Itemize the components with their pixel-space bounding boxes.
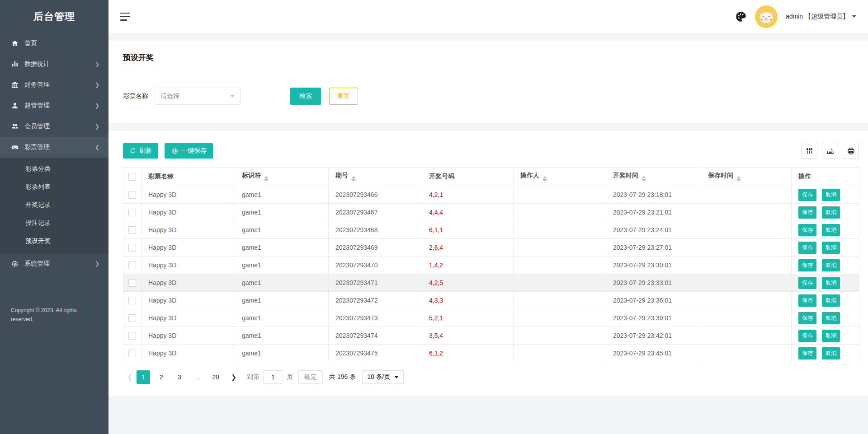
pagination-page-2[interactable]: 2: [155, 370, 168, 384]
row-checkbox[interactable]: [128, 279, 136, 287]
row-cancel-button[interactable]: 取消: [822, 277, 840, 289]
row-checkbox[interactable]: [128, 226, 136, 234]
chevron-right-icon: ❯: [95, 103, 99, 109]
pagination-page-20[interactable]: 20: [209, 370, 222, 384]
cell-issue: 202307293470: [329, 257, 422, 274]
cell-save-time: [701, 345, 792, 362]
sidebar-subitem-lottery-category[interactable]: 彩票分类: [0, 159, 108, 177]
row-save-button[interactable]: 保存: [798, 294, 816, 307]
row-cancel-button[interactable]: 取消: [822, 189, 840, 201]
row-save-button[interactable]: 保存: [798, 347, 816, 359]
column-header-operator[interactable]: 操作人: [514, 168, 606, 186]
admin-icon: [11, 102, 19, 110]
row-cancel-button[interactable]: 取消: [822, 330, 840, 342]
finance-icon: [11, 81, 19, 89]
theme-palette-icon[interactable]: [735, 11, 747, 23]
cell-draw-time: 2023-07-29 23:18:01: [606, 186, 701, 204]
column-header-issue[interactable]: 期号: [329, 168, 422, 186]
row-cancel-button[interactable]: 取消: [822, 294, 840, 307]
row-save-button[interactable]: 保存: [798, 312, 816, 324]
sort-icon[interactable]: [642, 176, 646, 182]
sidebar-item-finance[interactable]: 财务管理 ❯: [0, 75, 108, 95]
cell-issue: 202307293469: [329, 239, 422, 257]
goto-confirm-button[interactable]: 确定: [298, 370, 323, 384]
sort-icon[interactable]: [736, 176, 741, 182]
row-checkbox[interactable]: [128, 314, 136, 322]
row-checkbox[interactable]: [128, 209, 136, 216]
select-caret-icon: [394, 376, 399, 378]
per-page-select[interactable]: 10 条/页: [362, 370, 403, 384]
export-button[interactable]: [822, 143, 838, 159]
lottery-submenu: 彩票分类 彩票列表 开奖记录 投注记录 预设开奖: [0, 158, 108, 253]
cell-lottery-name: Happy 3D: [142, 204, 235, 221]
cell-draw-numbers: 4,4,4: [422, 204, 514, 221]
row-save-button[interactable]: 保存: [798, 189, 816, 201]
cell-draw-time: 2023-07-29 23:21:01: [606, 204, 701, 221]
pagination-prev-icon[interactable]: ❮: [123, 370, 137, 384]
save-all-label: 一键保存: [181, 147, 207, 155]
cell-operator: [514, 292, 606, 309]
cell-draw-time: 2023-07-29 23:45:01: [606, 345, 701, 362]
row-checkbox[interactable]: [128, 297, 136, 304]
row-cancel-button[interactable]: 取消: [822, 206, 840, 219]
table-row: Happy 3D game1 202307293471 4,2,5 2023-0…: [123, 274, 859, 292]
sidebar-item-home[interactable]: 首页: [0, 33, 108, 54]
row-cancel-button[interactable]: 取消: [822, 312, 840, 324]
sort-icon[interactable]: [542, 176, 547, 182]
column-header-code[interactable]: 标识符: [235, 168, 329, 186]
row-save-button[interactable]: 保存: [798, 330, 816, 342]
row-checkbox[interactable]: [128, 191, 136, 199]
row-checkbox[interactable]: [128, 350, 136, 357]
column-header-draw-time[interactable]: 开奖时间: [606, 168, 701, 186]
row-cancel-button[interactable]: 取消: [822, 224, 840, 236]
user-menu[interactable]: admin 【超级管理员】: [786, 13, 856, 21]
sidebar-item-lottery[interactable]: 彩票管理 ❮: [0, 137, 108, 158]
refresh-label: 刷新: [139, 147, 152, 155]
main-area: admin 【超级管理员】 预设开奖 彩票名称 请选择 检索 重置 刷新: [108, 0, 868, 434]
row-cancel-button[interactable]: 取消: [822, 259, 840, 271]
print-button[interactable]: [843, 143, 859, 159]
select-all-checkbox[interactable]: [128, 173, 136, 181]
lottery-name-select[interactable]: 请选择: [155, 88, 241, 105]
sidebar-subitem-bet-records[interactable]: 投注记录: [0, 214, 108, 232]
row-save-button[interactable]: 保存: [798, 242, 816, 254]
sidebar-item-system[interactable]: 系统管理 ❯: [0, 253, 108, 274]
row-save-button[interactable]: 保存: [798, 224, 816, 236]
row-save-button[interactable]: 保存: [798, 277, 816, 289]
row-checkbox[interactable]: [128, 332, 136, 340]
column-header-save-time[interactable]: 保存时间: [701, 168, 792, 186]
row-checkbox[interactable]: [128, 244, 136, 252]
pagination-page-1[interactable]: 1: [137, 370, 150, 384]
pagination-ellipsis: ...: [191, 370, 204, 384]
row-cancel-button[interactable]: 取消: [822, 242, 840, 254]
search-button[interactable]: 检索: [290, 88, 321, 105]
sort-icon[interactable]: [351, 176, 356, 182]
pagination-page-3[interactable]: 3: [173, 370, 186, 384]
reset-button[interactable]: 重置: [329, 88, 358, 105]
save-all-button[interactable]: 一键保存: [165, 143, 213, 159]
sidebar-item-superadmin[interactable]: 超管管理 ❯: [0, 95, 108, 116]
sidebar-subitem-preset-draw[interactable]: 预设开奖: [0, 232, 108, 250]
cell-save-time: [701, 309, 792, 327]
row-cancel-button[interactable]: 取消: [822, 347, 840, 359]
row-save-button[interactable]: 保存: [798, 259, 816, 271]
cell-draw-numbers: 2,6,4: [422, 239, 514, 257]
sidebar-item-statistics[interactable]: 数据统计 ❯: [0, 54, 108, 75]
topbar: admin 【超级管理员】: [108, 0, 868, 33]
sort-icon[interactable]: [264, 176, 269, 182]
row-save-button[interactable]: 保存: [798, 206, 816, 219]
sidebar-subitem-lottery-list[interactable]: 彩票列表: [0, 177, 108, 196]
column-header-name[interactable]: 彩票名称: [142, 168, 235, 186]
row-checkbox[interactable]: [128, 261, 136, 269]
refresh-button[interactable]: 刷新: [123, 143, 158, 159]
sidebar-subitem-draw-records[interactable]: 开奖记录: [0, 196, 108, 214]
column-header-numbers[interactable]: 开奖号码: [422, 168, 514, 186]
goto-page-input[interactable]: [263, 370, 283, 384]
pagination-next-icon[interactable]: ❯: [227, 370, 241, 384]
user-avatar[interactable]: [755, 5, 778, 28]
page-title: 预设开奖: [123, 49, 854, 72]
sidebar-item-label: 首页: [24, 39, 99, 47]
menu-collapse-icon[interactable]: [120, 13, 131, 21]
sidebar-item-members[interactable]: 会员管理 ❯: [0, 116, 108, 137]
filter-columns-button[interactable]: [801, 143, 817, 159]
